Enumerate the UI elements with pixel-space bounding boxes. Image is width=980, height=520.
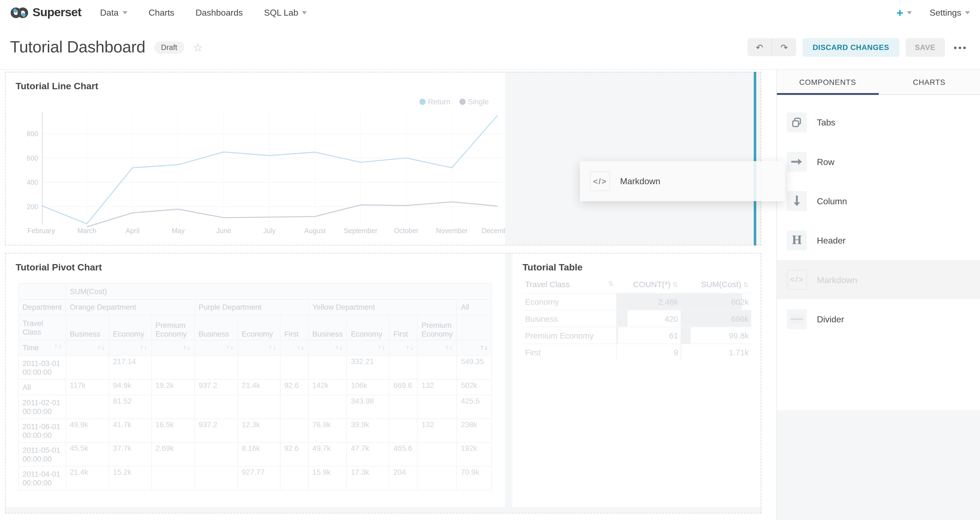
pivot-cell bbox=[66, 395, 109, 419]
cell-travel-class: First bbox=[523, 344, 616, 360]
pivot-cell: 502k bbox=[457, 379, 492, 395]
nav-item-sql-lab[interactable]: SQL Lab bbox=[264, 8, 307, 17]
pivot-cell bbox=[194, 442, 238, 466]
pivot-cell: 332.21 bbox=[347, 356, 389, 379]
nav-item-charts[interactable]: Charts bbox=[149, 8, 175, 17]
tab-charts[interactable]: CHARTS bbox=[878, 70, 980, 94]
pivot-cell bbox=[417, 356, 457, 379]
discard-changes-button[interactable]: DISCARD CHANGES bbox=[802, 38, 899, 57]
page-title[interactable]: Tutorial Dashboard bbox=[10, 37, 145, 57]
col-header-sum[interactable]: SUM(Cost)⇅ bbox=[681, 277, 751, 293]
pivot-sort-col[interactable]: ↑↓ bbox=[66, 340, 109, 356]
pivot-sort-col[interactable]: ↑↓ bbox=[347, 340, 389, 356]
component-list: TabsRowColumnHHeader</>MarkdownDivider bbox=[777, 95, 980, 411]
table-row[interactable]: Business420696k bbox=[523, 310, 751, 327]
pivot-cell bbox=[417, 466, 457, 490]
sidebar-item-tabs[interactable]: Tabs bbox=[777, 102, 980, 142]
settings-menu[interactable]: Settings bbox=[930, 8, 970, 17]
pivot-col-group: Yellow Department bbox=[308, 300, 457, 315]
pivot-cell: 17.3k bbox=[347, 466, 389, 490]
dragged-markdown-card[interactable]: </> Markdown bbox=[580, 161, 785, 201]
pivot-cell: 2.69k bbox=[151, 442, 194, 466]
markdown-icon: </> bbox=[590, 171, 610, 191]
nav-item-data[interactable]: Data bbox=[100, 8, 127, 17]
pivot-sort-col[interactable]: ↑↓ bbox=[194, 340, 238, 356]
pivot-sort-col[interactable]: ↑↓ bbox=[238, 340, 280, 356]
pivot-row-label: 2011-04-01 00:00:00 bbox=[18, 466, 66, 490]
header-actions: ↶ ↷ DISCARD CHANGES SAVE ●●● bbox=[748, 38, 967, 57]
pivot-cell bbox=[417, 395, 457, 419]
line-chart-card[interactable]: Tutorial Line Chart ReturnSingle 2004006… bbox=[5, 73, 505, 245]
undo-redo-group: ↶ ↷ bbox=[748, 38, 796, 56]
table-row[interactable]: Premium Economy6199.8k bbox=[523, 327, 751, 344]
pivot-col-group: Purple Department bbox=[194, 300, 308, 315]
pivot-sort-col[interactable]: ↑↓ bbox=[417, 340, 457, 356]
svg-text:December: December bbox=[482, 227, 505, 235]
pivot-metric-label: SUM(Cost) bbox=[66, 283, 492, 300]
pivot-cell: 549.35 bbox=[457, 356, 492, 379]
undo-button[interactable]: ↶ bbox=[748, 38, 772, 56]
pivot-sort-col[interactable]: ↑↓ bbox=[308, 340, 347, 356]
tab-components[interactable]: COMPONENTS bbox=[777, 70, 879, 94]
pivot-cell bbox=[194, 395, 238, 419]
line-chart-plot: 200400600800FebruaryMarchAprilMayJuneJul… bbox=[5, 73, 505, 245]
svg-text:April: April bbox=[126, 227, 139, 235]
sidebar-item-row[interactable]: Row bbox=[777, 142, 980, 181]
new-item-button[interactable]: + bbox=[896, 6, 912, 18]
redo-button[interactable]: ↷ bbox=[772, 38, 797, 56]
svg-text:September: September bbox=[344, 227, 377, 235]
pivot-row: 2011-06-01 00:00:0049.9k41.7k16.5k937.21… bbox=[18, 419, 492, 442]
pivot-cell: 70.9k bbox=[457, 466, 492, 490]
pivot-cell: 142k bbox=[308, 379, 347, 395]
pivot-cell bbox=[66, 356, 109, 379]
pivot-cell: 21.4k bbox=[66, 466, 109, 490]
favorite-star-icon[interactable]: ☆ bbox=[193, 41, 203, 54]
pivot-col-header: Economy bbox=[109, 315, 151, 340]
table-row[interactable]: Economy2.46k602k bbox=[523, 293, 751, 310]
pivot-sort-col[interactable]: ↑↓ bbox=[280, 340, 308, 356]
data-table: Travel Class⇅COUNT(*)⇅SUM(Cost)⇅Economy2… bbox=[523, 277, 751, 361]
pivot-row: 2011-04-01 00:00:0021.4k15.2k927.7715.9k… bbox=[18, 466, 492, 490]
more-menu-button[interactable]: ●●● bbox=[954, 44, 968, 50]
navbar-right: + Settings bbox=[896, 6, 970, 18]
sidebar-item-label: Markdown bbox=[817, 274, 857, 284]
sidebar-item-label: Header bbox=[817, 235, 845, 245]
pivot-col-header: First bbox=[280, 315, 308, 340]
pivot-cell bbox=[194, 466, 238, 490]
superset-logo[interactable]: Superset bbox=[10, 5, 81, 19]
dashboard-grid: Tutorial Line Chart ReturnSingle 2004006… bbox=[0, 70, 776, 520]
caret-down-icon bbox=[302, 11, 307, 14]
svg-text:200: 200 bbox=[27, 203, 38, 211]
pivot-row-label: 2011-02-01 00:00:00 bbox=[18, 395, 66, 419]
pivot-sort-time[interactable]: Time↑↓ bbox=[18, 340, 66, 356]
pivot-cell bbox=[280, 356, 308, 379]
sidebar-item-markdown[interactable]: </>Markdown bbox=[777, 260, 980, 299]
col-header-count[interactable]: COUNT(*)⇅ bbox=[616, 277, 681, 293]
table-chart-card[interactable]: Tutorial Table Travel Class⇅COUNT(*)⇅SUM… bbox=[512, 254, 760, 507]
pivot-cell: 937.2 bbox=[194, 419, 238, 442]
sidebar-item-label: Divider bbox=[817, 314, 844, 324]
pivot-cell: 15.2k bbox=[109, 466, 151, 490]
pivot-sort-col[interactable]: ↑↓ bbox=[389, 340, 417, 356]
pivot-sort-col[interactable]: ↑↓ bbox=[109, 340, 151, 356]
pivot-cell bbox=[280, 419, 308, 442]
pivot-cell: 12.3k bbox=[238, 419, 280, 442]
pivot-sort-col[interactable]: ↑↓ bbox=[151, 340, 194, 356]
save-button[interactable]: SAVE bbox=[905, 38, 945, 57]
pivot-chart-card[interactable]: Tutorial Pivot Chart SUM(Cost)Department… bbox=[5, 254, 505, 507]
pivot-sort-col[interactable]: ↑↓ bbox=[457, 340, 492, 356]
col-header-travel-class[interactable]: Travel Class⇅ bbox=[523, 277, 616, 293]
sidebar-item-divider[interactable]: Divider bbox=[777, 299, 980, 339]
top-navbar: Superset DataChartsDashboardsSQL Lab + S… bbox=[0, 0, 980, 25]
table-row[interactable]: First91.71k bbox=[523, 344, 751, 360]
pivot-cell bbox=[389, 419, 417, 442]
pivot-cell: 132 bbox=[417, 419, 457, 442]
sidebar-item-column[interactable]: Column bbox=[777, 181, 980, 220]
pivot-row: 2011-03-01 00:00:00217.14332.21549.35 bbox=[18, 356, 492, 379]
pivot-cell: 39.9k bbox=[347, 419, 389, 442]
nav-item-dashboards[interactable]: Dashboards bbox=[196, 8, 243, 17]
pivot-cell bbox=[389, 395, 417, 419]
sidebar-item-header[interactable]: HHeader bbox=[777, 220, 980, 260]
cell-count: 9 bbox=[616, 344, 681, 360]
pivot-cell: 21.4k bbox=[238, 379, 280, 395]
